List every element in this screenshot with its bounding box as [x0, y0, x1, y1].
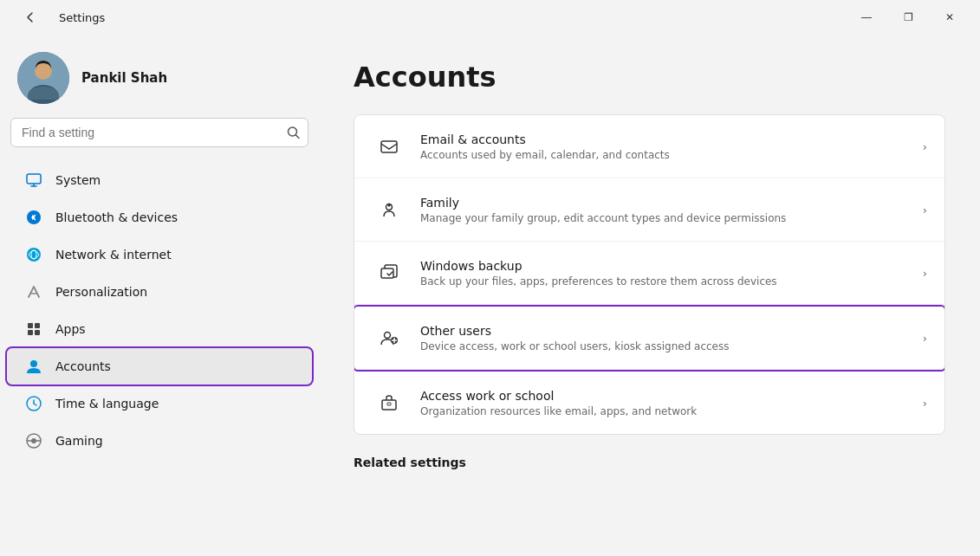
work-school-icon: [372, 385, 406, 420]
sidebar-item-accounts[interactable]: Accounts: [7, 348, 312, 385]
family-text: Family Manage your family group, edit ac…: [420, 196, 923, 224]
related-settings-label: Related settings: [354, 456, 945, 469]
settings-list: Email & accounts Accounts used by email,…: [354, 114, 945, 435]
work-school-text: Access work or school Organization resou…: [420, 389, 923, 417]
gaming-icon: [24, 431, 43, 450]
avatar: [17, 52, 69, 104]
bluetooth-icon: [24, 208, 43, 227]
titlebar-title: Settings: [59, 11, 105, 24]
settings-item-other-users[interactable]: Other users Device access, work or schoo…: [354, 307, 944, 370]
svg-rect-6: [27, 174, 41, 184]
maximize-button[interactable]: ❐: [888, 3, 928, 31]
sidebar-item-label: Bluetooth & devices: [55, 210, 178, 224]
app-body: Pankil Shah: [0, 35, 980, 556]
svg-rect-25: [381, 141, 397, 152]
sidebar-item-apps[interactable]: Apps: [7, 311, 312, 347]
work-school-chevron-icon: ›: [923, 397, 927, 410]
sidebar-item-label: Personalization: [55, 285, 147, 299]
backup-icon: [372, 255, 406, 290]
apps-icon: [24, 320, 43, 339]
sidebar-item-gaming[interactable]: Gaming: [7, 423, 312, 459]
main-content: Accounts Email & accounts Accounts used …: [319, 35, 980, 556]
user-profile: Pankil Shah: [0, 35, 319, 118]
svg-rect-16: [35, 330, 40, 335]
email-desc: Accounts used by email, calendar, and co…: [420, 149, 923, 161]
sidebar: Pankil Shah: [0, 35, 319, 556]
backup-chevron-icon: ›: [923, 267, 927, 280]
user-name: Pankil Shah: [81, 70, 167, 86]
search-box: [10, 118, 308, 147]
backup-desc: Back up your files, apps, preferences to…: [420, 275, 923, 288]
time-icon: [24, 394, 43, 413]
close-button[interactable]: ✕: [930, 3, 970, 31]
nav-menu: System Bluetooth & devices: [0, 161, 319, 460]
sidebar-item-label: Time & language: [55, 397, 159, 411]
svg-line-5: [296, 135, 300, 139]
other-users-label: Other users: [420, 324, 923, 338]
sidebar-item-label: Gaming: [55, 434, 103, 448]
sidebar-item-label: Network & internet: [55, 248, 172, 262]
settings-item-email[interactable]: Email & accounts Accounts used by email,…: [354, 115, 944, 178]
sidebar-item-label: Apps: [55, 322, 86, 336]
search-icon: [287, 126, 300, 139]
work-school-desc: Organization resources like email, apps,…: [420, 405, 923, 417]
minimize-button[interactable]: —: [847, 3, 886, 31]
backup-label: Windows backup: [420, 259, 923, 273]
svg-rect-33: [387, 403, 391, 405]
svg-point-22: [31, 438, 36, 443]
svg-point-17: [30, 360, 37, 367]
settings-item-backup[interactable]: Windows backup Back up your files, apps,…: [354, 242, 944, 305]
window-controls: — ❐ ✕: [847, 3, 970, 31]
back-button[interactable]: [10, 3, 50, 31]
settings-item-family[interactable]: Family Manage your family group, edit ac…: [354, 178, 944, 242]
sidebar-item-network[interactable]: Network & internet: [7, 236, 312, 273]
backup-text: Windows backup Back up your files, apps,…: [420, 259, 923, 288]
svg-rect-14: [35, 323, 40, 328]
email-chevron-icon: ›: [923, 140, 927, 153]
other-users-text: Other users Device access, work or schoo…: [420, 324, 923, 352]
search-input[interactable]: [10, 118, 308, 147]
sidebar-item-personalization[interactable]: Personalization: [7, 274, 312, 310]
family-icon: [372, 192, 406, 227]
titlebar: Settings — ❐ ✕: [0, 0, 980, 35]
other-users-icon: [372, 320, 406, 355]
family-chevron-icon: ›: [923, 204, 927, 217]
email-label: Email & accounts: [420, 133, 923, 146]
sidebar-item-system[interactable]: System: [7, 162, 312, 198]
accounts-icon: [24, 357, 43, 376]
sidebar-item-time[interactable]: Time & language: [7, 385, 312, 422]
settings-item-work-school[interactable]: Access work or school Organization resou…: [354, 372, 944, 434]
email-text: Email & accounts Accounts used by email,…: [420, 133, 923, 161]
svg-line-20: [34, 404, 36, 405]
sidebar-item-label: System: [55, 173, 101, 187]
other-users-chevron-icon: ›: [923, 332, 927, 345]
system-icon: [24, 171, 43, 190]
svg-point-28: [385, 333, 391, 339]
personalization-icon: [24, 282, 43, 301]
page-title: Accounts: [354, 61, 945, 94]
network-icon: [24, 245, 43, 264]
sidebar-item-bluetooth[interactable]: Bluetooth & devices: [7, 199, 312, 236]
family-desc: Manage your family group, edit account t…: [420, 212, 923, 224]
sidebar-item-label: Accounts: [55, 359, 111, 373]
other-users-desc: Device access, work or school users, kio…: [420, 340, 923, 352]
svg-rect-15: [28, 330, 33, 335]
email-icon: [372, 129, 406, 164]
svg-rect-13: [28, 323, 33, 328]
work-school-label: Access work or school: [420, 389, 923, 403]
family-label: Family: [420, 196, 923, 210]
